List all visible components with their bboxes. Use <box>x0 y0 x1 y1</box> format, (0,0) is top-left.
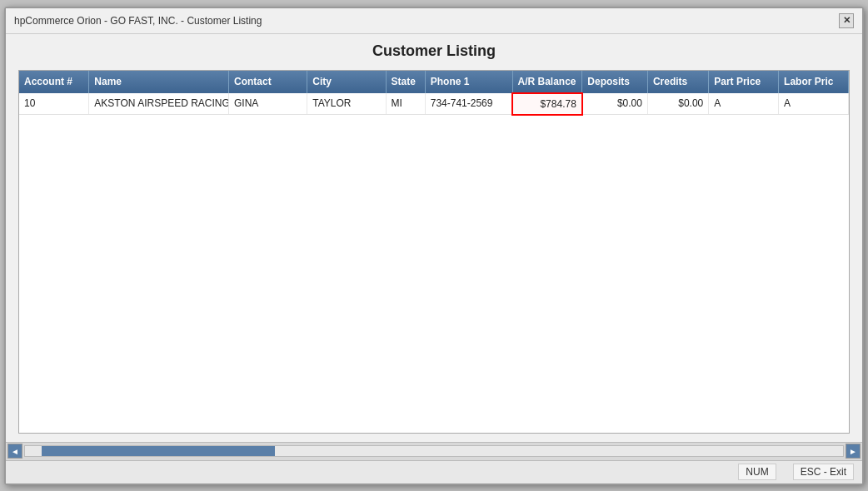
arbalance-cell: $784.78 <box>512 93 582 115</box>
header-arbalance: A/R Balance <box>512 71 582 93</box>
customer-table-container: Account # Name Contact City State Phone … <box>18 70 850 434</box>
city-cell: TAYLOR <box>307 93 386 115</box>
header-partprice: Part Price <box>709 71 779 93</box>
contact-cell: GINA <box>228 93 307 115</box>
header-state: State <box>386 71 425 93</box>
status-bar: NUM ESC - Exit <box>6 460 862 484</box>
header-laborprice: Labor Pric <box>779 71 849 93</box>
title-bar: hpCommerce Orion - GO FAST, INC. - Custo… <box>6 8 862 34</box>
state-cell: MI <box>386 93 425 115</box>
main-window: hpCommerce Orion - GO FAST, INC. - Custo… <box>4 7 864 485</box>
num-status: NUM <box>738 464 776 480</box>
page-title: Customer Listing <box>18 42 850 60</box>
laborprice-cell: A <box>779 93 849 115</box>
name-cell: AKSTON AIRSPEED RACING <box>89 93 229 115</box>
header-deposits: Deposits <box>582 71 648 93</box>
scroll-left-icon: ◄ <box>11 447 19 456</box>
table-header-row: Account # Name Contact City State Phone … <box>19 71 849 93</box>
header-contact: Contact <box>228 71 307 93</box>
window-title: hpCommerce Orion - GO FAST, INC. - Custo… <box>14 15 262 27</box>
phone-cell: 734-741-2569 <box>425 93 512 115</box>
deposits-cell: $0.00 <box>582 93 648 115</box>
header-credits: Credits <box>647 71 708 93</box>
customer-table: Account # Name Contact City State Phone … <box>19 71 849 116</box>
horizontal-scrollbar: ◄ ► <box>6 442 862 460</box>
header-account: Account # <box>19 71 89 93</box>
partprice-cell: A <box>709 93 779 115</box>
content-area: Customer Listing Account # Name Contact … <box>6 34 862 442</box>
scroll-right-icon: ► <box>849 447 857 456</box>
scroll-track[interactable] <box>24 445 844 457</box>
header-city: City <box>307 71 386 93</box>
header-phone: Phone 1 <box>425 71 512 93</box>
table-body: 10AKSTON AIRSPEED RACINGGINATAYLORMI734-… <box>19 93 849 115</box>
close-button[interactable]: ✕ <box>839 13 854 28</box>
scroll-left-button[interactable]: ◄ <box>7 444 22 459</box>
close-icon: ✕ <box>843 15 851 26</box>
scroll-right-button[interactable]: ► <box>846 444 861 459</box>
credits-cell: $0.00 <box>647 93 708 115</box>
account-cell: 10 <box>19 93 89 115</box>
scroll-thumb[interactable] <box>42 446 275 456</box>
esc-status: ESC - Exit <box>793 464 854 480</box>
table-row[interactable]: 10AKSTON AIRSPEED RACINGGINATAYLORMI734-… <box>19 93 849 115</box>
header-name: Name <box>89 71 229 93</box>
